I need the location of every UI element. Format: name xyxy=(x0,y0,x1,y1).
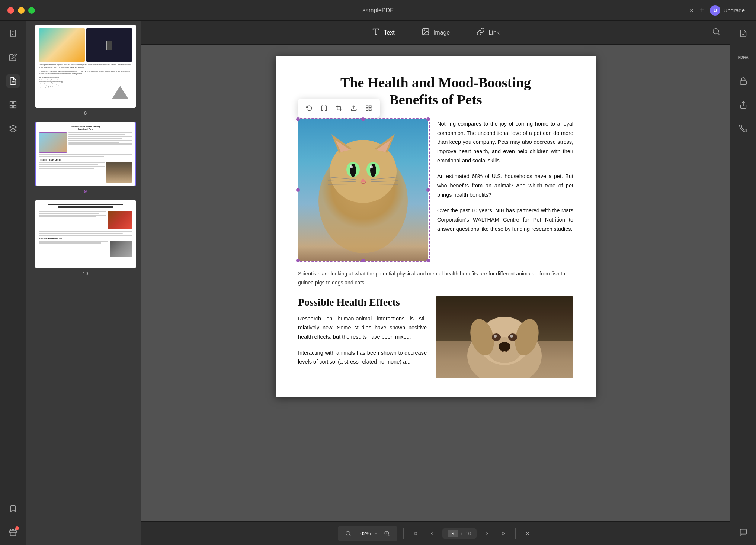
image-tool[interactable]: Image xyxy=(416,25,456,41)
right-icon-share[interactable] xyxy=(737,98,750,112)
svg-point-16 xyxy=(424,30,425,31)
next-page-button[interactable] xyxy=(481,528,493,539)
sidebar-icon-annotate[interactable] xyxy=(6,74,20,88)
right-icon-convert[interactable] xyxy=(737,27,750,40)
img-tool-more[interactable] xyxy=(362,101,375,115)
gift-badge xyxy=(15,526,19,530)
thumbnail-page-10[interactable]: Animals Helping People 10 xyxy=(30,200,141,276)
handle-top-mid[interactable] xyxy=(361,117,365,121)
thumb-img-8: This experiment can be repeated over and… xyxy=(36,25,135,107)
sidebar-icon-organize[interactable] xyxy=(6,98,20,112)
svg-rect-68 xyxy=(740,81,746,84)
image-edit-toolbar xyxy=(298,99,380,118)
img-tool-replace[interactable] xyxy=(347,101,361,115)
svg-point-54 xyxy=(494,335,497,338)
thumb-frame-8: This experiment can be repeated over and… xyxy=(35,25,136,108)
window-controls[interactable] xyxy=(7,7,35,14)
svg-rect-8 xyxy=(10,106,12,108)
thumbnail-page-9[interactable]: The Health and Mood-BoostingBenefits of … xyxy=(30,122,141,194)
svg-rect-21 xyxy=(366,106,368,107)
bottom-bar-center: 102% xyxy=(338,526,533,541)
handle-top-right[interactable] xyxy=(426,117,430,121)
svg-line-58 xyxy=(350,535,351,536)
zoom-control[interactable]: 102% xyxy=(338,526,397,541)
divider-2 xyxy=(515,528,516,539)
right-icon-secure[interactable] xyxy=(737,74,750,88)
svg-point-53 xyxy=(508,333,517,341)
text-column: Nothing compares to the joy of coming ho… xyxy=(437,119,573,262)
paragraph-2: An estimated 68% of U.S. households have… xyxy=(437,172,573,199)
close-button[interactable] xyxy=(7,7,14,14)
dog-photo xyxy=(436,296,573,378)
text-tool[interactable]: Text xyxy=(366,25,400,41)
search-button[interactable] xyxy=(710,25,723,40)
prev-page-button[interactable] xyxy=(426,528,438,539)
zoom-out-button[interactable] xyxy=(342,528,354,539)
svg-rect-6 xyxy=(10,102,12,104)
svg-rect-7 xyxy=(13,102,16,104)
sidebar-icon-layers[interactable] xyxy=(6,122,20,135)
svg-line-18 xyxy=(718,33,719,35)
current-page[interactable]: 9 xyxy=(448,530,458,537)
main-area: Text Image xyxy=(141,21,730,545)
page-indicator: 9 / 10 xyxy=(442,528,476,539)
thumbnail-panel[interactable]: This experiment can be repeated over and… xyxy=(26,21,141,545)
health-effects-text: Possible Health Effects Research on huma… xyxy=(298,296,427,378)
section-para-2: Interacting with animals has been shown … xyxy=(298,348,427,367)
right-icon-email[interactable] xyxy=(737,122,750,135)
right-icon-chat[interactable] xyxy=(737,526,750,539)
section-heading: Possible Health Effects xyxy=(298,296,427,308)
handle-bottom-left[interactable] xyxy=(296,259,300,262)
main-content-row: Nothing compares to the joy of coming ho… xyxy=(298,119,573,262)
sidebar-icon-edit[interactable] xyxy=(6,51,20,64)
text-tool-label: Text xyxy=(384,29,394,36)
upgrade-button[interactable]: U Upgrade xyxy=(710,5,745,16)
titlebar: samplePDF ✕ + U Upgrade xyxy=(0,0,756,21)
svg-point-55 xyxy=(510,335,513,338)
link-tool[interactable]: Link xyxy=(471,25,505,41)
handle-bottom-right[interactable] xyxy=(426,259,430,262)
link-tool-icon xyxy=(477,28,485,38)
svg-rect-24 xyxy=(369,109,371,111)
left-sidebar xyxy=(0,21,26,545)
window-title: samplePDF xyxy=(362,7,394,14)
svg-rect-22 xyxy=(369,106,371,107)
svg-rect-0 xyxy=(10,30,15,37)
last-page-button[interactable] xyxy=(497,528,509,539)
img-tool-flip[interactable] xyxy=(317,101,331,115)
sidebar-icon-document[interactable] xyxy=(6,27,20,40)
sidebar-icon-bookmark[interactable] xyxy=(6,502,20,515)
toolbar-center: Text Image xyxy=(366,25,505,41)
handle-mid-left[interactable] xyxy=(296,188,300,192)
total-pages: 10 xyxy=(465,531,471,536)
pdf-viewer[interactable]: The Health and Mood-Boosting Benefits of… xyxy=(141,45,730,521)
sidebar-icon-gift[interactable] xyxy=(6,526,20,539)
image-selection-container[interactable] xyxy=(298,119,428,261)
thumb-num-9: 9 xyxy=(84,188,87,194)
cat-photo xyxy=(298,119,428,261)
thumb-num-10: 10 xyxy=(83,271,88,276)
right-sidebar: PDF/A xyxy=(730,21,756,545)
maximize-button[interactable] xyxy=(28,7,35,14)
paragraph-3: Over the past 10 years, NIH has partnere… xyxy=(437,206,573,233)
close-viewer-button[interactable] xyxy=(522,528,534,539)
minimize-button[interactable] xyxy=(18,7,25,14)
add-tab-icon[interactable]: + xyxy=(700,6,704,14)
right-icon-pdfa[interactable]: PDF/A xyxy=(737,51,750,64)
handle-bottom-mid[interactable] xyxy=(361,259,365,262)
thumbnail-page-8[interactable]: This experiment can be repeated over and… xyxy=(30,25,141,116)
app-body: This experiment can be repeated over and… xyxy=(0,21,756,545)
text-tool-icon xyxy=(372,28,380,38)
svg-line-41 xyxy=(328,184,356,184)
zoom-in-button[interactable] xyxy=(381,528,393,539)
first-page-button[interactable] xyxy=(410,528,422,539)
img-tool-crop[interactable] xyxy=(332,101,346,115)
handle-mid-right[interactable] xyxy=(426,188,430,192)
close-tab-icon[interactable]: ✕ xyxy=(689,7,694,13)
svg-point-52 xyxy=(492,333,501,341)
svg-marker-10 xyxy=(9,125,16,129)
user-avatar: U xyxy=(710,5,720,16)
svg-point-17 xyxy=(713,29,719,34)
svg-rect-9 xyxy=(13,106,16,108)
img-tool-rotate-left[interactable] xyxy=(302,101,316,115)
